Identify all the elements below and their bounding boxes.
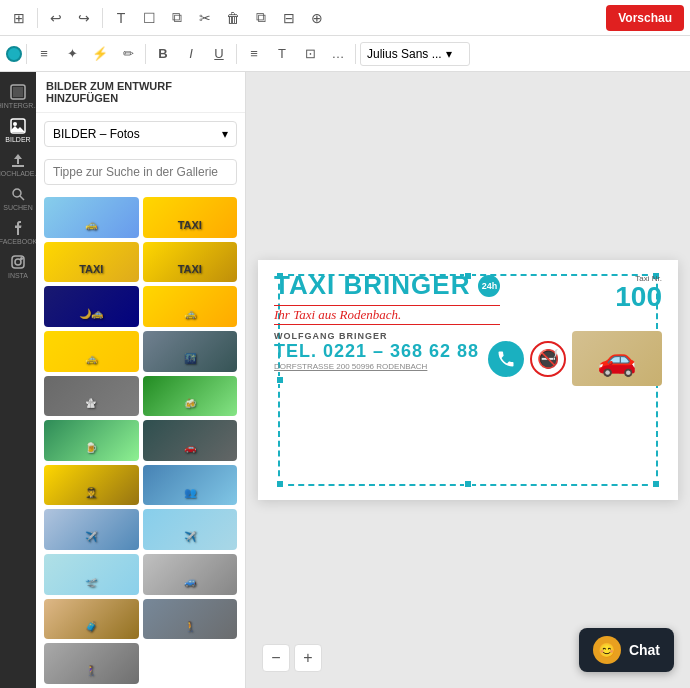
color-picker[interactable]	[6, 46, 22, 62]
list-item[interactable]: 🚙 Mietwagen	[143, 554, 238, 595]
category-dropdown[interactable]: BILDER – Fotos ▾	[44, 121, 237, 147]
list-item[interactable]: ✈️ Flughafen	[44, 509, 139, 550]
sidebar-label: HOCHLADE...	[0, 170, 40, 177]
list-item[interactable]: TAXI 1Taxi-Dachschild2	[44, 242, 139, 283]
animate-icon[interactable]: ⚡	[87, 41, 113, 67]
list-item[interactable]: 🚶 Passagier-Strasse...	[143, 599, 238, 640]
zoom-controls: − +	[262, 644, 322, 672]
sparkle-icon[interactable]: ✦	[59, 41, 85, 67]
chat-button[interactable]: 😊 Chat	[579, 628, 674, 672]
image-grid: 🚕 1Taxi-Bahnhof TAXI 1Taxi-Dachschild1 T…	[36, 193, 245, 688]
format-toolbar: ≡ ✦ ⚡ ✏ B I U ≡ T ⊡ … Julius Sans ... ▾	[0, 36, 690, 72]
card-top: TAXI BRINGER 24h	[274, 270, 500, 301]
badge-24h: 24h	[478, 275, 500, 297]
sidebar-item-suchen[interactable]: SUCHEN	[2, 182, 34, 214]
font-dropdown[interactable]: Julius Sans ... ▾	[360, 42, 470, 66]
list-item[interactable]: TAXI 1Taxi-Dachschild1	[143, 197, 238, 238]
undo-icon[interactable]: ↩	[43, 5, 69, 31]
chevron-down-icon: ▾	[222, 127, 228, 141]
italic-icon[interactable]: I	[178, 41, 204, 67]
separator	[145, 44, 146, 64]
separator	[37, 8, 38, 28]
underline-icon[interactable]: U	[206, 41, 232, 67]
redo-icon[interactable]: ↪	[71, 5, 97, 31]
list-item[interactable]: 🚗 Fahrerinnenraum	[143, 420, 238, 461]
dropdown-label: BILDER – Fotos	[53, 127, 140, 141]
image-panel: BILDER ZUM ENTWURF HINZUFÜGEN BILDER – F…	[36, 72, 246, 688]
list-item[interactable]: 👥 Fahrer TaxiPassag...	[143, 465, 238, 506]
list-item[interactable]: 👨‍✈️ FahrerTaxi	[44, 465, 139, 506]
chat-label: Chat	[629, 642, 660, 658]
delete-icon[interactable]: 🗑	[220, 5, 246, 31]
panel-title: BILDER ZUM ENTWURF HINZUFÜGEN	[36, 72, 245, 113]
sidebar-label: BILDER	[5, 136, 30, 143]
bold-icon[interactable]: B	[150, 41, 176, 67]
list-item[interactable]: 🚕 1Taxi	[143, 286, 238, 327]
zoom-in-button[interactable]: +	[294, 644, 322, 672]
list-item[interactable]: 🚕 1Taxi-Bahnhof	[44, 197, 139, 238]
design-canvas[interactable]: TAXI BRINGER 24h Ihr Taxi aus Rodenbach.…	[258, 260, 678, 500]
nosmoking-icon: 🚭	[530, 341, 566, 377]
list-item[interactable]: 🚕 1Taxib	[44, 331, 139, 372]
text-icon[interactable]: T	[108, 5, 134, 31]
chevron-down-icon: ▾	[446, 47, 452, 61]
car-image: 🚗	[572, 331, 662, 386]
card-icons: 🚭 🚗	[488, 331, 662, 386]
card-address: DORFSTRASSE 200 50996 RODENBACH	[274, 362, 479, 371]
list-item[interactable]: 🛫 Flugzeug	[44, 554, 139, 595]
edit-icon[interactable]: ✏	[115, 41, 141, 67]
align-left-icon[interactable]: ≡	[241, 41, 267, 67]
sidebar-item-bilder[interactable]: BILDER	[2, 114, 34, 146]
canvas-area[interactable]: TAXI BRINGER 24h Ihr Taxi aus Rodenbach.…	[246, 72, 690, 688]
main-area: HINTERGR... BILDER HOCHLADE... SUCHEN FA…	[0, 72, 690, 688]
sidebar-item-facebook[interactable]: FACEBOOK	[2, 216, 34, 248]
left-sidebar: HINTERGR... BILDER HOCHLADE... SUCHEN FA…	[0, 72, 36, 688]
taxi-nr-value: 100	[615, 283, 662, 311]
card-bottom: WOLFGANG BRINGER TEL. 0221 – 368 62 88 D…	[274, 331, 662, 386]
text-size-icon[interactable]: T	[269, 41, 295, 67]
list-item[interactable]: 🌙🚕 1Taxi-Nacht	[44, 286, 139, 327]
svg-rect-4	[12, 165, 24, 167]
list-item[interactable]: TAXI 1Taxi-Dachschild3	[143, 242, 238, 283]
shape-icon[interactable]: ☐	[136, 5, 162, 31]
sidebar-item-hochlade[interactable]: HOCHLADE...	[2, 148, 34, 180]
sidebar-item-hintergrund[interactable]: HINTERGR...	[2, 80, 34, 112]
cut-icon[interactable]: ✂	[192, 5, 218, 31]
sidebar-item-insta[interactable]: INSTA	[2, 250, 34, 282]
minus-icon[interactable]: ⊟	[276, 5, 302, 31]
align-icon[interactable]: ≡	[31, 41, 57, 67]
brand-name: TAXI BRINGER	[274, 270, 470, 301]
card-phone: TEL. 0221 – 368 62 88	[274, 341, 479, 362]
list-item[interactable]: 🛣 2Strasse	[44, 376, 139, 417]
grid-icon[interactable]: ⊞	[6, 5, 32, 31]
sidebar-label: INSTA	[8, 272, 28, 279]
list-item[interactable]: 🍺 Biergarten 2	[44, 420, 139, 461]
card-owner-name: WOLFGANG BRINGER	[274, 331, 479, 341]
separator	[26, 44, 27, 64]
separator	[102, 8, 103, 28]
copy-icon[interactable]: ⧉	[248, 5, 274, 31]
gallery-search-input[interactable]	[44, 159, 237, 185]
duplicate-icon[interactable]: ⧉	[164, 5, 190, 31]
sidebar-label: HINTERGR...	[0, 102, 39, 109]
layers-icon[interactable]: ⊕	[304, 5, 330, 31]
card-slogan: Ihr Taxi aus Rodenbach.	[274, 305, 500, 325]
separator	[355, 44, 356, 64]
more-icon[interactable]: …	[325, 41, 351, 67]
zoom-out-button[interactable]: −	[262, 644, 290, 672]
list-item[interactable]: 🚶‍♀️ Passagier-Strasse2	[44, 643, 139, 684]
sidebar-label: FACEBOOK	[0, 238, 37, 245]
top-toolbar: ⊞ ↩ ↪ T ☐ ⧉ ✂ 🗑 ⧉ ⊟ ⊕ Vorschau	[0, 0, 690, 36]
list-item[interactable]: 🧳 Passagier-Gepäck	[44, 599, 139, 640]
separator	[236, 44, 237, 64]
sidebar-label: SUCHEN	[3, 204, 33, 211]
svg-point-5	[13, 189, 21, 197]
table-icon[interactable]: ⊡	[297, 41, 323, 67]
list-item[interactable]: ✈️ Flugzeug	[143, 509, 238, 550]
svg-point-8	[15, 259, 21, 265]
list-item[interactable]: 🌃 2Strasse-Nacht1	[143, 331, 238, 372]
preview-button[interactable]: Vorschau	[606, 5, 684, 31]
card-content: TAXI BRINGER 24h Ihr Taxi aus Rodenbach.…	[258, 260, 678, 500]
list-item[interactable]: 🍻 Biergarten 1	[143, 376, 238, 417]
font-name: Julius Sans ...	[367, 47, 442, 61]
